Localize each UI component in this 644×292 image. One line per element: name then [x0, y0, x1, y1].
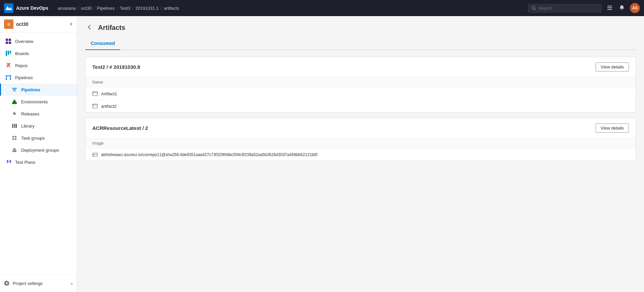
svg-rect-20: [14, 100, 15, 101]
artifact-card-2: ACRResourceLatest / 2 View details Image…: [85, 118, 636, 161]
artifact-2-name: artifact2: [101, 104, 117, 109]
breadcrumb-build[interactable]: 20191031.1: [136, 6, 159, 11]
svg-rect-8: [6, 51, 7, 56]
deployment-groups-icon: [11, 147, 18, 153]
releases-icon: [11, 110, 18, 117]
artifact-icon-1: [92, 91, 98, 96]
svg-point-14: [10, 79, 11, 80]
card-1-col-header: Name: [86, 77, 636, 88]
sidebar-item-boards[interactable]: Boards: [0, 47, 77, 59]
container-image-name: abhisheaacr.azurecr.io/conrepo11@sha256:…: [101, 152, 317, 157]
sidebar: o oct30 + Overview: [0, 16, 77, 292]
notification-icon[interactable]: [618, 4, 626, 13]
test-plans-icon: [5, 159, 12, 165]
topbar-actions: AS: [528, 3, 640, 13]
card-2-header: ACRResourceLatest / 2 View details: [86, 118, 636, 138]
pipelines-parent-label: Pipelines: [15, 75, 33, 80]
svg-rect-2: [607, 7, 612, 8]
card-2-row-1: abhisheaacr.azurecr.io/conrepo11@sha256:…: [86, 149, 636, 161]
sidebar-item-overview[interactable]: Overview: [0, 35, 77, 47]
sidebar-item-task-groups[interactable]: Task groups: [0, 132, 77, 144]
svg-rect-24: [12, 136, 14, 138]
pipelines-parent-icon: [5, 74, 12, 81]
avatar[interactable]: AS: [630, 3, 640, 13]
project-name: oct30: [16, 21, 66, 27]
overview-icon: [5, 38, 12, 45]
sidebar-item-pipelines-parent[interactable]: Pipelines: [0, 71, 77, 84]
topbar: Azure DevOps arsasana / oct30 / Pipeline…: [0, 0, 644, 16]
svg-rect-23: [15, 124, 17, 128]
app-logo[interactable]: Azure DevOps: [4, 3, 58, 13]
artifact-card-1: Test2 / # 20191030.8 View details Name A…: [85, 57, 636, 112]
svg-rect-21: [12, 124, 13, 128]
sidebar-item-repos[interactable]: Repos: [0, 59, 77, 71]
sidebar-item-library[interactable]: Library: [0, 120, 77, 132]
back-button[interactable]: [85, 23, 94, 33]
sidebar-item-deployment-groups[interactable]: Deployment groups: [0, 144, 77, 156]
repos-label: Repos: [15, 63, 28, 68]
svg-rect-18: [12, 102, 17, 104]
tabs-bar: Consumed: [85, 38, 636, 50]
releases-label: Releases: [21, 111, 39, 116]
svg-rect-1: [607, 6, 612, 6]
deployment-groups-label: Deployment groups: [21, 148, 59, 153]
artifact-icon-2: [92, 103, 98, 109]
project-settings-label: Project settings: [13, 281, 43, 286]
sidebar-footer: Project settings «: [0, 275, 77, 292]
svg-rect-19: [13, 101, 16, 102]
card-2-col-header: Image: [86, 138, 636, 149]
settings-icon: [4, 280, 9, 287]
environments-icon: [11, 98, 18, 105]
tab-consumed[interactable]: Consumed: [85, 38, 120, 50]
sidebar-item-pipelines[interactable]: Pipelines: [0, 84, 77, 96]
svg-point-12: [10, 75, 11, 77]
search-box[interactable]: [528, 4, 602, 12]
breadcrumb-oct30[interactable]: oct30: [81, 6, 92, 11]
sidebar-item-test-plans[interactable]: Test Plans: [0, 156, 77, 168]
library-icon: [11, 123, 18, 129]
sidebar-item-releases[interactable]: Releases: [0, 108, 77, 120]
pipelines-label: Pipelines: [21, 87, 40, 92]
card-1-header: Test2 / # 20191030.8 View details: [86, 57, 636, 77]
view-details-button-1[interactable]: View details: [596, 62, 629, 71]
svg-rect-10: [10, 51, 11, 54]
card-1-title: Test2 / # 20191030.8: [92, 64, 140, 70]
boards-label: Boards: [15, 51, 29, 56]
svg-rect-30: [93, 92, 97, 96]
task-groups-label: Task groups: [21, 136, 45, 141]
svg-rect-25: [15, 136, 16, 138]
svg-rect-36: [93, 153, 97, 156]
artifact-1-name: Artifact1: [101, 91, 117, 96]
overview-label: Overview: [15, 39, 33, 44]
breadcrumb-arsasana[interactable]: arsasana: [58, 6, 76, 11]
svg-rect-27: [15, 138, 16, 140]
svg-rect-9: [8, 51, 9, 55]
main-layout: o oct30 + Overview: [0, 16, 644, 292]
project-settings-item[interactable]: Project settings «: [0, 278, 77, 289]
task-groups-icon: [11, 135, 18, 141]
container-icon: [92, 152, 98, 157]
svg-rect-22: [14, 124, 15, 128]
card-1-row-1: Artifact1: [86, 88, 636, 100]
svg-rect-26: [12, 138, 14, 140]
collapse-button[interactable]: «: [71, 281, 73, 286]
search-input[interactable]: [539, 6, 598, 11]
sidebar-item-environments[interactable]: Environments: [0, 96, 77, 108]
page-title: Artifacts: [98, 24, 125, 32]
breadcrumb-pipelines[interactable]: Pipelines: [97, 6, 115, 11]
svg-rect-7: [9, 42, 11, 44]
breadcrumb-test3[interactable]: Test3: [120, 6, 130, 11]
view-details-button-2[interactable]: View details: [596, 124, 629, 133]
svg-rect-3: [607, 9, 612, 10]
content-area: Artifacts Consumed Test2 / # 20191030.8 …: [77, 16, 644, 292]
search-icon: [532, 6, 536, 10]
breadcrumb: arsasana / oct30 / Pipelines / Test3 / 2…: [58, 6, 528, 11]
sidebar-nav: Overview Boards Repos: [0, 33, 77, 275]
boards-icon: [5, 50, 12, 57]
svg-rect-29: [12, 150, 16, 152]
add-project-button[interactable]: +: [69, 21, 73, 27]
svg-rect-5: [9, 39, 11, 41]
test-plans-label: Test Plans: [15, 160, 35, 165]
list-icon[interactable]: [606, 4, 614, 13]
project-header: o oct30 +: [0, 16, 77, 33]
